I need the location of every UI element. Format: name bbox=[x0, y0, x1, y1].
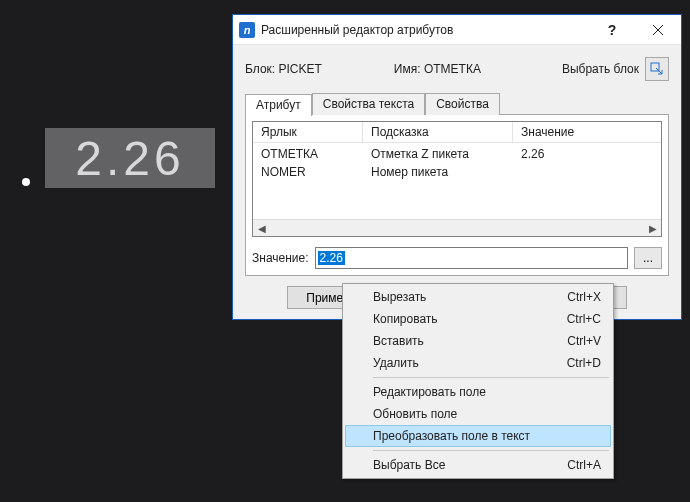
td-value bbox=[513, 163, 661, 181]
td-value: 2.26 bbox=[513, 145, 661, 163]
dialog-titlebar[interactable]: n Расширенный редактор атрибутов ? bbox=[233, 15, 681, 45]
scroll-right-icon[interactable]: ▶ bbox=[644, 220, 661, 236]
th-value[interactable]: Значение bbox=[513, 122, 661, 143]
attribute-editor-dialog: n Расширенный редактор атрибутов ? Блок:… bbox=[232, 14, 682, 320]
canvas-point-marker bbox=[22, 178, 30, 186]
tab-text-properties[interactable]: Свойства текста bbox=[312, 93, 425, 115]
tabs: Атрибут Свойства текста Свойства bbox=[245, 93, 669, 115]
ctx-separator bbox=[373, 450, 609, 451]
value-input[interactable]: 2.26 bbox=[315, 247, 628, 269]
tab-properties[interactable]: Свойства bbox=[425, 93, 500, 115]
scroll-left-icon[interactable]: ◀ bbox=[253, 220, 270, 236]
ctx-convert-field-to-text[interactable]: Преобразовать поле в текст bbox=[345, 425, 611, 447]
tab-attribute[interactable]: Атрибут bbox=[245, 94, 312, 116]
select-block-icon bbox=[649, 61, 665, 77]
table-header: Ярлык Подсказка Значение bbox=[253, 122, 661, 143]
td-tag: NOMER bbox=[253, 163, 363, 181]
ellipsis-icon: ... bbox=[643, 251, 653, 265]
th-tag[interactable]: Ярлык bbox=[253, 122, 363, 143]
ctx-update-field[interactable]: Обновить поле bbox=[345, 403, 611, 425]
table-body: ОТМЕТКА Отметка Z пикета 2.26 NOMER Номе… bbox=[253, 143, 661, 219]
name-label: Имя: ОТМЕТКА bbox=[394, 62, 481, 76]
block-info-row: Блок: PICKET Имя: ОТМЕТКА Выбрать блок bbox=[245, 57, 669, 81]
td-prompt: Номер пикета bbox=[363, 163, 513, 181]
table-row[interactable]: NOMER Номер пикета bbox=[253, 163, 661, 181]
attribute-table[interactable]: Ярлык Подсказка Значение ОТМЕТКА Отметка… bbox=[252, 121, 662, 237]
close-button[interactable] bbox=[635, 15, 681, 44]
dialog-body: Блок: PICKET Имя: ОТМЕТКА Выбрать блок А… bbox=[233, 45, 681, 319]
ctx-edit-field[interactable]: Редактировать поле bbox=[345, 381, 611, 403]
table-row[interactable]: ОТМЕТКА Отметка Z пикета 2.26 bbox=[253, 145, 661, 163]
ctx-cut[interactable]: Вырезать Ctrl+X bbox=[345, 286, 611, 308]
close-icon bbox=[653, 25, 663, 35]
horizontal-scrollbar[interactable]: ◀ ▶ bbox=[253, 219, 661, 236]
value-browse-button[interactable]: ... bbox=[634, 247, 662, 269]
block-label: Блок: PICKET bbox=[245, 62, 322, 76]
th-prompt[interactable]: Подсказка bbox=[363, 122, 513, 143]
ctx-select-all[interactable]: Выбрать Все Ctrl+A bbox=[345, 454, 611, 476]
td-prompt: Отметка Z пикета bbox=[363, 145, 513, 163]
dialog-title: Расширенный редактор атрибутов bbox=[261, 23, 589, 37]
value-label: Значение: bbox=[252, 251, 309, 265]
context-menu: Вырезать Ctrl+X Копировать Ctrl+C Встави… bbox=[342, 283, 614, 479]
canvas-text: 2.26 bbox=[75, 131, 184, 186]
td-tag: ОТМЕТКА bbox=[253, 145, 363, 163]
ctx-copy[interactable]: Копировать Ctrl+C bbox=[345, 308, 611, 330]
value-row: Значение: 2.26 ... bbox=[252, 247, 662, 269]
ctx-separator bbox=[373, 377, 609, 378]
select-block-label: Выбрать блок bbox=[562, 62, 639, 76]
help-button[interactable]: ? bbox=[589, 15, 635, 44]
select-block-button[interactable] bbox=[645, 57, 669, 81]
canvas-text-block: 2.26 bbox=[45, 128, 215, 188]
app-icon: n bbox=[239, 22, 255, 38]
tab-content: Ярлык Подсказка Значение ОТМЕТКА Отметка… bbox=[245, 114, 669, 276]
scroll-track[interactable] bbox=[270, 220, 644, 236]
ctx-delete[interactable]: Удалить Ctrl+D bbox=[345, 352, 611, 374]
value-input-selection: 2.26 bbox=[318, 251, 345, 265]
ctx-paste[interactable]: Вставить Ctrl+V bbox=[345, 330, 611, 352]
